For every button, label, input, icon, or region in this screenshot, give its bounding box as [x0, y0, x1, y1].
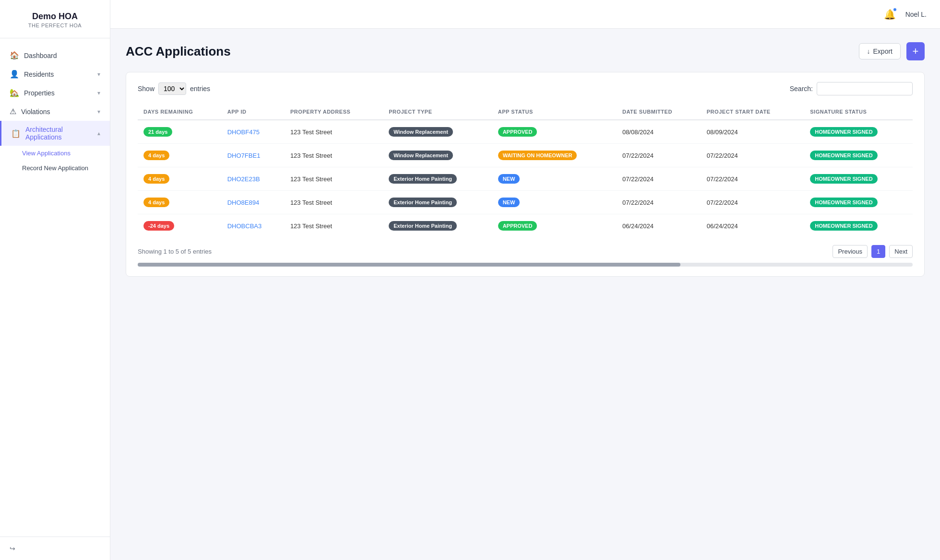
cell-app-id: DHO8E894: [222, 191, 285, 214]
search-input[interactable]: [817, 82, 913, 95]
entries-select[interactable]: 100 10 25 50: [158, 82, 186, 95]
app-id-link[interactable]: DHO2E23B: [227, 175, 260, 183]
cell-project-type: Exterior Home Painting: [383, 214, 492, 238]
app-id-link[interactable]: DHOBCBA3: [227, 222, 262, 230]
cell-date-submitted: 07/22/2024: [617, 191, 701, 214]
col-app-status: APP STATUS: [492, 104, 617, 120]
residents-icon: 👤: [10, 70, 19, 79]
cell-project-start: 06/24/2024: [701, 214, 805, 238]
chevron-up-icon: ▴: [97, 130, 100, 137]
cell-sig-status: HOMEOWNER SIGNED: [804, 214, 913, 238]
days-badge: 4 days: [143, 151, 169, 160]
chevron-down-icon: ▾: [97, 108, 100, 115]
export-icon: ↓: [867, 47, 870, 55]
page-title: ACC Applications: [126, 44, 231, 59]
col-property-address: PROPERTY ADDRESS: [285, 104, 383, 120]
table-row[interactable]: 21 days DHOBF475 123 Test Street Window …: [138, 120, 913, 144]
logout-button[interactable]: ↪: [10, 545, 100, 552]
page-content: ACC Applications ↓ Export + Show 100 10 …: [110, 29, 940, 560]
app-status-badge: APPROVED: [498, 221, 537, 231]
cell-address: 123 Test Street: [285, 120, 383, 144]
sidebar-sub-record-application[interactable]: Record New Application: [0, 161, 110, 175]
entries-label: entries: [190, 85, 210, 93]
cell-days: 4 days: [138, 167, 222, 191]
notification-bell-button[interactable]: 🔔: [884, 9, 896, 20]
sidebar-item-dashboard[interactable]: 🏠 Dashboard: [0, 46, 110, 65]
page-1-button[interactable]: 1: [871, 245, 885, 258]
cell-project-type: Window Replacement: [383, 120, 492, 144]
col-project-start-date: PROJECT START DATE: [701, 104, 805, 120]
show-entries-control: Show 100 10 25 50 entries: [138, 82, 210, 95]
cell-sig-status: HOMEOWNER SIGNED: [804, 120, 913, 144]
table-row[interactable]: 4 days DHO2E23B 123 Test Street Exterior…: [138, 167, 913, 191]
user-menu-button[interactable]: Noel L.: [905, 11, 927, 18]
scrollbar-thumb[interactable]: [138, 263, 680, 267]
sidebar-sub-view-applications[interactable]: View Applications: [0, 146, 110, 161]
col-app-id: APP ID: [222, 104, 285, 120]
cell-address: 123 Test Street: [285, 144, 383, 167]
cell-sig-status: HOMEOWNER SIGNED: [804, 167, 913, 191]
cell-address: 123 Test Street: [285, 214, 383, 238]
app-status-badge: NEW: [498, 198, 520, 207]
org-name: Demo HOA: [10, 12, 100, 22]
sidebar-item-properties[interactable]: 🏡 Properties ▾: [0, 83, 110, 102]
cell-project-start: 08/09/2024: [701, 120, 805, 144]
cell-app-status: NEW: [492, 191, 617, 214]
properties-icon: 🏡: [10, 88, 19, 97]
add-application-button[interactable]: +: [906, 42, 925, 60]
sidebar-item-label: Dashboard: [24, 52, 57, 59]
applications-table: DAYS REMAINING APP ID PROPERTY ADDRESS P…: [138, 104, 913, 237]
cell-date-submitted: 08/08/2024: [617, 120, 701, 144]
table-footer: Showing 1 to 5 of 5 entries Previous 1 N…: [138, 245, 913, 258]
table-header-row: DAYS REMAINING APP ID PROPERTY ADDRESS P…: [138, 104, 913, 120]
app-id-link[interactable]: DHO8E894: [227, 199, 259, 206]
app-id-link[interactable]: DHOBF475: [227, 128, 260, 136]
sidebar-nav: 🏠 Dashboard 👤 Residents ▾ 🏡 Properties ▾…: [0, 38, 110, 537]
project-type-badge: Exterior Home Painting: [389, 221, 457, 231]
sig-status-badge: HOMEOWNER SIGNED: [810, 221, 877, 231]
horizontal-scrollbar[interactable]: [138, 263, 913, 267]
pagination: Previous 1 Next: [833, 245, 913, 258]
arch-apps-icon: 📋: [11, 129, 21, 138]
sidebar-logo: Demo HOA THE PERFECT HOA: [0, 0, 110, 38]
days-badge: -24 days: [143, 221, 174, 231]
previous-page-button[interactable]: Previous: [833, 245, 868, 258]
cell-days: 4 days: [138, 144, 222, 167]
notification-dot: [893, 8, 897, 12]
sidebar-item-violations[interactable]: ⚠ Violations ▾: [0, 102, 110, 121]
col-days-remaining: DAYS REMAINING: [138, 104, 222, 120]
table-row[interactable]: 4 days DHO7FBE1 123 Test Street Window R…: [138, 144, 913, 167]
cell-project-start: 07/22/2024: [701, 144, 805, 167]
project-type-badge: Window Replacement: [389, 127, 453, 137]
logout-icon: ↪: [10, 545, 15, 552]
cell-address: 123 Test Street: [285, 167, 383, 191]
sig-status-badge: HOMEOWNER SIGNED: [810, 127, 877, 137]
table-row[interactable]: 4 days DHO8E894 123 Test Street Exterior…: [138, 191, 913, 214]
cell-app-id: DHO2E23B: [222, 167, 285, 191]
cell-sig-status: HOMEOWNER SIGNED: [804, 144, 913, 167]
entries-info: Showing 1 to 5 of 5 entries: [138, 248, 212, 255]
table-controls: Show 100 10 25 50 entries Search:: [138, 82, 913, 95]
sub-item-label: Record New Application: [22, 164, 88, 172]
chevron-down-icon: ▾: [97, 90, 100, 96]
app-id-link[interactable]: DHO7FBE1: [227, 152, 261, 159]
org-sub: THE PERFECT HOA: [10, 23, 100, 28]
cell-app-id: DHOBCBA3: [222, 214, 285, 238]
next-page-button[interactable]: Next: [889, 245, 913, 258]
sidebar-item-residents[interactable]: 👤 Residents ▾: [0, 65, 110, 83]
project-type-badge: Window Replacement: [389, 151, 453, 160]
sig-status-badge: HOMEOWNER SIGNED: [810, 174, 877, 184]
project-type-badge: Exterior Home Painting: [389, 198, 457, 207]
chevron-down-icon: ▾: [97, 71, 100, 78]
export-button[interactable]: ↓ Export: [859, 43, 901, 59]
table-body: 21 days DHOBF475 123 Test Street Window …: [138, 120, 913, 237]
project-type-badge: Exterior Home Painting: [389, 174, 457, 184]
sub-item-label: View Applications: [22, 150, 71, 157]
table-row[interactable]: -24 days DHOBCBA3 123 Test Street Exteri…: [138, 214, 913, 238]
col-signature-status: SIGNATURE STATUS: [804, 104, 913, 120]
app-status-badge: APPROVED: [498, 127, 537, 137]
sidebar-item-arch-apps[interactable]: 📋 Architectural Applications ▴: [0, 121, 110, 146]
cell-date-submitted: 06/24/2024: [617, 214, 701, 238]
violations-icon: ⚠: [10, 107, 16, 116]
cell-app-id: DHO7FBE1: [222, 144, 285, 167]
